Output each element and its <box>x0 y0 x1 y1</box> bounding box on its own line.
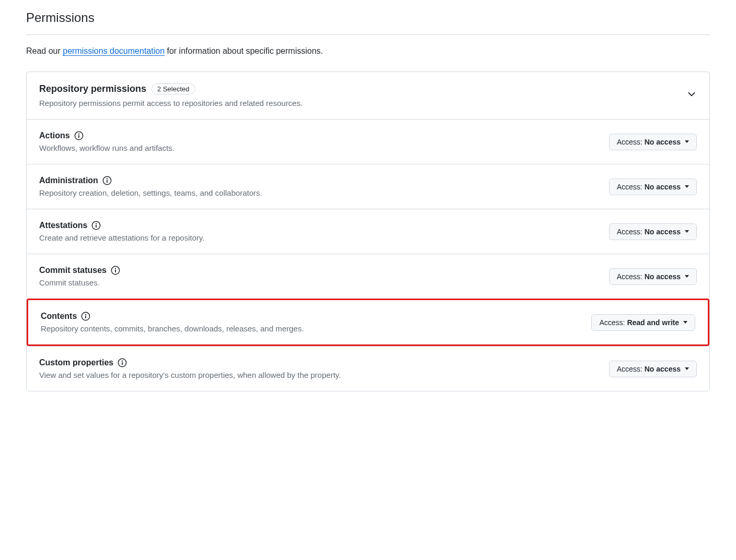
info-icon[interactable] <box>91 221 101 230</box>
permission-row-info: AttestationsCreate and retrieve attestat… <box>39 221 599 242</box>
permission-row-info: ActionsWorkflows, workflow runs and arti… <box>39 131 599 152</box>
svg-rect-14 <box>85 316 86 318</box>
svg-rect-11 <box>115 270 116 272</box>
access-label: Access: <box>617 365 642 373</box>
permission-description: Repository creation, deletion, settings,… <box>39 188 599 197</box>
info-icon[interactable] <box>102 176 112 185</box>
caret-down-icon <box>685 275 689 278</box>
access-dropdown[interactable]: Access: No access <box>609 134 697 150</box>
permission-row: AdministrationRepository creation, delet… <box>27 164 709 209</box>
svg-point-7 <box>96 223 97 224</box>
access-label: Access: <box>617 183 642 191</box>
repository-permissions-header[interactable]: Repository permissions 2 Selected Reposi… <box>27 72 709 119</box>
access-label: Access: <box>617 228 642 236</box>
caret-down-icon <box>685 230 689 233</box>
permission-row: Commit statusesCommit statuses.Access: N… <box>27 254 709 299</box>
access-value: No access <box>645 365 681 373</box>
access-value: Read and write <box>627 318 679 327</box>
access-value: No access <box>645 228 681 236</box>
permission-title: Administration <box>39 176 98 185</box>
info-icon[interactable] <box>74 131 84 140</box>
info-icon[interactable] <box>118 358 127 367</box>
access-label: Access: <box>617 272 642 281</box>
svg-point-16 <box>122 361 123 362</box>
info-icon[interactable] <box>111 266 120 275</box>
svg-point-4 <box>107 178 108 180</box>
permission-row: ContentsRepository contents, commits, br… <box>28 300 708 344</box>
svg-rect-5 <box>107 180 108 183</box>
permission-row-info: AdministrationRepository creation, delet… <box>39 176 599 197</box>
permission-description: Workflows, workflow runs and artifacts. <box>39 144 599 152</box>
access-dropdown[interactable]: Access: No access <box>609 178 697 195</box>
permission-description: Repository contents, commits, branches, … <box>41 324 581 333</box>
caret-down-icon <box>685 140 689 143</box>
permissions-doc-link[interactable]: permissions documentation <box>63 46 165 56</box>
access-value: No access <box>645 272 681 281</box>
intro-text: Read our permissions documentation for i… <box>26 46 710 56</box>
access-label: Access: <box>617 138 642 146</box>
caret-down-icon <box>685 367 689 370</box>
permission-row-info: ContentsRepository contents, commits, br… <box>41 312 581 333</box>
access-value: No access <box>645 138 681 146</box>
svg-point-13 <box>85 314 86 315</box>
info-icon[interactable] <box>81 312 90 321</box>
svg-point-10 <box>115 268 116 269</box>
permission-title: Commit statuses <box>39 266 107 275</box>
permission-row: AttestationsCreate and retrieve attestat… <box>27 209 709 254</box>
permission-description: Create and retrieve attestations for a r… <box>39 233 599 242</box>
svg-point-1 <box>78 134 79 135</box>
svg-rect-17 <box>122 362 123 365</box>
title-divider <box>26 34 710 35</box>
access-dropdown[interactable]: Access: No access <box>609 361 697 377</box>
access-value: No access <box>645 183 681 191</box>
svg-rect-2 <box>78 135 79 138</box>
highlighted-permission: ContentsRepository contents, commits, br… <box>27 299 709 346</box>
permission-title: Contents <box>41 312 77 321</box>
access-dropdown[interactable]: Access: No access <box>609 268 697 285</box>
chevron-down-icon <box>686 89 697 99</box>
page-title: Permissions <box>26 10 710 29</box>
selected-count-badge: 2 Selected <box>151 84 195 94</box>
access-dropdown[interactable]: Access: Read and write <box>591 314 695 331</box>
caret-down-icon <box>683 321 687 324</box>
permission-row: ActionsWorkflows, workflow runs and arti… <box>27 119 709 164</box>
permission-row-info: Commit statusesCommit statuses. <box>39 266 599 287</box>
section-title: Repository permissions <box>39 84 146 94</box>
svg-rect-8 <box>96 225 97 228</box>
caret-down-icon <box>685 185 689 188</box>
access-dropdown[interactable]: Access: No access <box>609 223 697 240</box>
permission-title: Actions <box>39 131 70 140</box>
intro-prefix: Read our <box>26 46 63 55</box>
intro-suffix: for information about specific permissio… <box>165 46 323 55</box>
access-label: Access: <box>599 318 625 327</box>
permission-row-info: Custom propertiesView and set values for… <box>39 358 599 379</box>
permission-description: View and set values for a repository's c… <box>39 371 599 379</box>
permission-row: Custom propertiesView and set values for… <box>27 346 709 391</box>
permission-description: Commit statuses. <box>39 278 599 287</box>
permission-title: Attestations <box>39 221 87 230</box>
section-subtitle: Repository permissions permit access to … <box>39 99 302 108</box>
permission-title: Custom properties <box>39 358 113 367</box>
repository-permissions-box: Repository permissions 2 Selected Reposi… <box>26 72 710 391</box>
